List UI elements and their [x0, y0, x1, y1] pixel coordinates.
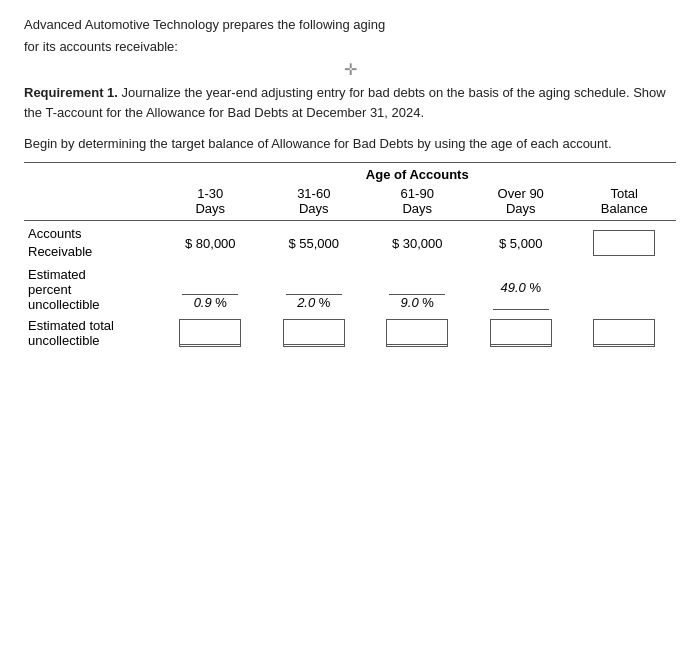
accounts-receivable-row: Accounts Receivable $ 80,000 $ 55,000 $ …: [24, 220, 676, 265]
begin-text: Begin by determining the target balance …: [24, 134, 676, 154]
pct-value-3: 9.0: [401, 295, 419, 310]
top-text-line1: Advanced Automotive Technology prepares …: [24, 16, 676, 34]
est-total-input-4[interactable]: [490, 319, 552, 347]
col-header-balance: Balance: [572, 201, 676, 221]
est-pct-label-line2: percent: [28, 282, 71, 297]
pct-symbol-3: %: [422, 295, 434, 310]
pct-col5-empty: [572, 265, 676, 314]
pct-col4: 49.0 %: [469, 265, 572, 314]
estimated-total-row: Estimated total uncollectible: [24, 314, 676, 350]
page: Advanced Automotive Technology prepares …: [0, 0, 700, 669]
ar-col3-value: $ 30,000: [366, 220, 469, 265]
ar-total-input-box[interactable]: [593, 230, 655, 256]
requirement-label: Requirement 1.: [24, 85, 118, 100]
col-header-row2: Days Days Days Days Balance: [24, 201, 676, 221]
col-header-days1: Days: [159, 201, 262, 221]
pct-symbol-2: %: [319, 295, 331, 310]
ar-col2-value: $ 55,000: [262, 220, 365, 265]
est-pct-label: Estimated percent uncollectible: [24, 265, 159, 314]
col-header-days3: Days: [366, 201, 469, 221]
age-of-accounts-table: Age of Accounts 1-30 31-60 61-90 Over 90…: [24, 163, 676, 350]
est-total-input-5[interactable]: [593, 319, 655, 347]
pct-value-4: 49.0: [500, 280, 525, 295]
pct-symbol-4: %: [529, 280, 541, 295]
est-total-label-line2: uncollectible: [28, 333, 100, 348]
est-pct-label-line3: uncollectible: [28, 297, 100, 312]
top-text-line2: for its accounts receivable:: [24, 38, 676, 56]
requirement-body: Journalize the year-end adjusting entry …: [24, 85, 666, 120]
age-header-empty: [24, 163, 159, 184]
est-total-input-3[interactable]: [386, 319, 448, 347]
ar-col1-value: $ 80,000: [159, 220, 262, 265]
col-header-1-30: 1-30: [159, 184, 262, 201]
est-total-label-line1: Estimated total: [28, 318, 114, 333]
est-total-input-1[interactable]: [179, 319, 241, 347]
col-header-61-90: 61-90: [366, 184, 469, 201]
est-total-input-2[interactable]: [283, 319, 345, 347]
col-header-days4: Days: [469, 201, 572, 221]
est-total-col3[interactable]: [366, 314, 469, 350]
col-header-total: Total: [572, 184, 676, 201]
col-header-over90: Over 90: [469, 184, 572, 201]
pct-value-2: 2.0: [297, 295, 315, 310]
col-header-31-60: 31-60: [262, 184, 365, 201]
pct-col2: 2.0 %: [262, 265, 365, 314]
est-total-col5[interactable]: [572, 314, 676, 350]
pct-value-1: 0.9: [194, 295, 212, 310]
est-total-col1[interactable]: [159, 314, 262, 350]
ar-col5-input[interactable]: [572, 220, 676, 265]
age-of-accounts-header: Age of Accounts: [159, 163, 676, 184]
est-pct-label-line1: Estimated: [28, 267, 86, 282]
pct-col1: 0.9 %: [159, 265, 262, 314]
accounts-receivable-label-line2: Receivable: [28, 244, 92, 259]
ar-col4-value: $ 5,000: [469, 220, 572, 265]
est-total-col4[interactable]: [469, 314, 572, 350]
col-header-days2: Days: [262, 201, 365, 221]
estimated-percent-row: Estimated percent uncollectible 0.9 % 2.…: [24, 265, 676, 314]
age-header-row: Age of Accounts: [24, 163, 676, 184]
pct-col3: 9.0 %: [366, 265, 469, 314]
est-total-col2[interactable]: [262, 314, 365, 350]
crosshair-icon: ✛: [24, 60, 676, 79]
requirement-text: Requirement 1. Journalize the year-end a…: [24, 83, 676, 122]
col-header-row1: 1-30 31-60 61-90 Over 90 Total: [24, 184, 676, 201]
accounts-receivable-label-line1: Accounts: [28, 226, 81, 241]
col-label-empty2: [24, 201, 159, 221]
pct-underline-4: [493, 309, 549, 310]
accounts-receivable-label: Accounts Receivable: [24, 220, 159, 265]
est-total-label: Estimated total uncollectible: [24, 314, 159, 350]
pct-symbol-1: %: [215, 295, 227, 310]
col-label-empty1: [24, 184, 159, 201]
